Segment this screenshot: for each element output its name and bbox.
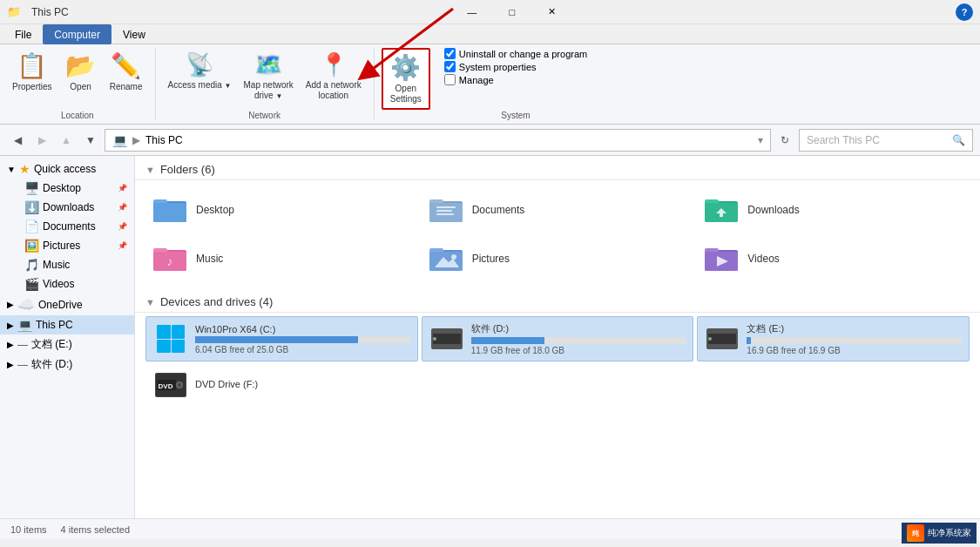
svg-point-39: [178, 383, 181, 387]
folder-pictures-name: Pictures: [472, 253, 510, 265]
folders-grid: Desktop Documents: [135, 180, 980, 288]
folder-documents[interactable]: Documents: [422, 187, 694, 233]
tab-file[interactable]: File: [3, 24, 43, 44]
folder-music[interactable]: ♪ Music: [145, 236, 418, 281]
open-button[interactable]: 📂 Open: [59, 48, 103, 96]
folder-videos[interactable]: Videos: [697, 236, 970, 281]
search-field[interactable]: Search This PC 🔍: [799, 129, 973, 152]
watermark: 纯 纯净系统家: [902, 523, 977, 544]
pictures-label: Pictures: [43, 240, 114, 252]
folder-pictures[interactable]: Pictures: [422, 236, 694, 281]
sidebar-item-documents[interactable]: 📄 Documents 📌: [17, 217, 134, 236]
sidebar-onedrive-header[interactable]: ▶ ☁️ OneDrive: [0, 294, 134, 315]
wen-e-expand-icon: ▶: [7, 340, 14, 349]
add-location-icon: 📍: [320, 51, 348, 78]
manage-item[interactable]: Manage: [444, 74, 587, 85]
folder-desktop[interactable]: Desktop: [145, 187, 418, 233]
uninstall-label: Uninstall or change a program: [459, 49, 587, 59]
sidebar-item-videos[interactable]: 🎬 Videos: [17, 274, 134, 294]
drive-e[interactable]: 文档 (E:) 16.9 GB free of 16.9 GB: [697, 316, 970, 361]
add-location-button[interactable]: 📍 Add a networklocation: [301, 48, 367, 105]
onedrive-label: OneDrive: [38, 299, 83, 311]
downloads-pin: 📌: [118, 203, 127, 212]
help-button[interactable]: ?: [956, 3, 973, 21]
ribbon-group-network: 📡 Access media ▼ 🗺️ Map networkdrive ▼ 📍…: [156, 48, 375, 120]
address-field[interactable]: 💻 ▶ This PC ▾: [105, 129, 771, 152]
sidebar-ruan-d-header[interactable]: ▶ — 软件 (D:): [0, 355, 134, 375]
selected-count: 4 items selected: [61, 524, 130, 535]
open-icon: 📂: [65, 51, 96, 80]
quick-access-star-icon: ★: [19, 162, 30, 176]
folder-documents-name: Documents: [472, 204, 525, 216]
folder-music-icon: ♪: [152, 243, 187, 274]
sidebar-thispc-header[interactable]: ▶ 💻 This PC: [0, 315, 134, 334]
svg-rect-32: [708, 334, 736, 344]
ribbon-system-items: Uninstall or change a program System pro…: [444, 48, 587, 109]
e-drive-info: 文档 (E:) 16.9 GB free of 16.9 GB: [747, 322, 962, 355]
ribbon-group-system: Uninstall or change a program System pro…: [437, 48, 594, 120]
folders-section-arrow: ▼: [145, 165, 155, 175]
drive-d[interactable]: 软件 (D:) 11.9 GB free of 18.0 GB: [422, 316, 694, 361]
drives-section-label: Devices and drives (4): [160, 295, 273, 308]
sidebar-item-pictures[interactable]: 🖼️ Pictures 📌: [17, 236, 134, 255]
rename-label: Rename: [110, 82, 143, 92]
uninstall-item[interactable]: Uninstall or change a program: [444, 48, 587, 59]
sidebar: ▼ ★ Quick access 🖥️ Desktop 📌 ⬇️ Downloa…: [0, 156, 135, 518]
rename-button[interactable]: ✏️ Rename: [105, 48, 148, 96]
status-bar: 10 items 4 items selected ☰ ⊞: [0, 518, 980, 539]
map-network-button[interactable]: 🗺️ Map networkdrive ▼: [239, 48, 299, 105]
folders-section-label: Folders (6): [160, 163, 215, 176]
search-icon: 🔍: [952, 134, 965, 146]
settings-icon: ⚙️: [390, 53, 421, 82]
tab-computer[interactable]: Computer: [43, 24, 112, 44]
system-props-checkbox[interactable]: [444, 61, 456, 72]
folder-downloads[interactable]: Downloads: [697, 187, 970, 233]
videos-label: Videos: [43, 278, 127, 290]
wen-e-label: 文档 (E:): [31, 337, 72, 352]
quick-access-label: Quick access: [34, 163, 96, 175]
svg-rect-6: [429, 203, 463, 222]
drive-c[interactable]: Win10Pro X64 (C:) 6.04 GB free of 25.0 G…: [145, 316, 418, 361]
close-button[interactable]: ✕: [532, 0, 572, 24]
d-drive-size: 11.9 GB free of 18.0 GB: [471, 346, 686, 355]
access-media-button[interactable]: 📡 Access media ▼: [163, 48, 237, 94]
uninstall-checkbox[interactable]: [444, 48, 456, 59]
minimize-button[interactable]: —: [452, 0, 492, 24]
folder-pictures-icon: [429, 243, 463, 274]
c-drive-info: Win10Pro X64 (C:) 6.04 GB free of 25.0 G…: [195, 324, 410, 355]
d-drive-bar: [471, 337, 544, 344]
svg-rect-29: [433, 334, 461, 344]
ribbon: 📋 Properties 📂 Open ✏️ Rename Location 📡…: [0, 44, 980, 125]
drives-section-header[interactable]: ▼ Devices and drives (4): [135, 288, 980, 313]
folders-section-header[interactable]: ▼ Folders (6): [135, 156, 980, 180]
system-props-item[interactable]: System properties: [444, 61, 587, 72]
d-drive-bar-container: [471, 337, 686, 344]
e-drive-size: 16.9 GB free of 16.9 GB: [747, 346, 962, 355]
open-label: Open: [70, 82, 91, 92]
sidebar-item-downloads[interactable]: ⬇️ Downloads 📌: [17, 198, 134, 217]
sidebar-wen-e-header[interactable]: ▶ — 文档 (E:): [0, 334, 134, 355]
title-bar-controls: — □ ✕: [452, 0, 572, 24]
up-button[interactable]: ▲: [56, 130, 77, 151]
content-area: ▼ Folders (6) Desktop: [135, 156, 980, 518]
recent-locations-button[interactable]: ▼: [80, 130, 101, 151]
svg-point-33: [708, 337, 712, 341]
settings-label: OpenSettings: [390, 84, 422, 105]
sidebar-quick-access-header[interactable]: ▼ ★ Quick access: [0, 159, 134, 179]
back-button[interactable]: ◀: [7, 130, 28, 151]
breadcrumb-arrow: ▶: [132, 134, 140, 146]
sidebar-item-desktop[interactable]: 🖥️ Desktop 📌: [17, 179, 134, 198]
tab-view[interactable]: View: [112, 24, 157, 44]
address-dropdown[interactable]: ▾: [758, 134, 763, 146]
maximize-button[interactable]: □: [492, 0, 532, 24]
refresh-button[interactable]: ↻: [774, 130, 795, 151]
forward-button[interactable]: ▶: [31, 130, 52, 151]
manage-checkbox[interactable]: [444, 74, 456, 85]
map-network-icon: 🗺️: [254, 51, 282, 78]
f-drive-info: DVD Drive (F:): [195, 379, 410, 391]
pictures-pin: 📌: [118, 241, 127, 250]
sidebar-item-music[interactable]: 🎵 Music: [17, 255, 134, 274]
drive-f[interactable]: DVD DVD Drive (F:): [145, 365, 418, 405]
properties-button[interactable]: 📋 Properties: [7, 48, 57, 96]
open-settings-button[interactable]: ⚙️ OpenSettings: [382, 48, 430, 110]
